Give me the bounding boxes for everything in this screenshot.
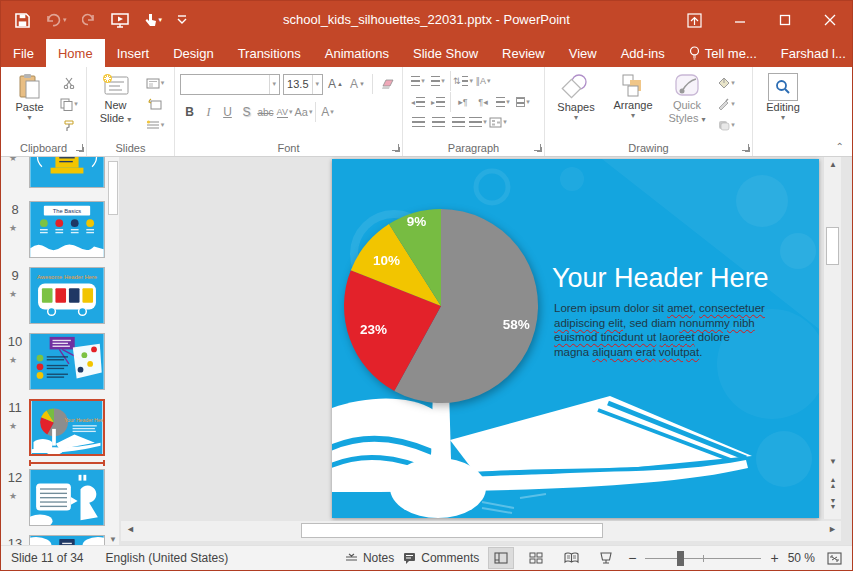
shape-outline-button[interactable]: ▾ [714,95,738,113]
tab-transitions[interactable]: Transitions [226,39,313,67]
increase-indent-button[interactable]: ▸ [428,93,448,111]
ribbon-display-options-icon[interactable] [672,1,717,39]
align-left-button[interactable] [408,113,428,131]
right-to-left-button[interactable]: ¶◂ [473,93,493,111]
horizontal-scrollbar-thumb[interactable] [301,523,603,538]
vertical-scrollbar-thumb[interactable] [826,227,839,265]
zoom-percentage[interactable]: 50 % [788,551,815,565]
previous-slide-button[interactable]: ▲▲ [824,477,842,489]
tab-design[interactable]: Design [161,39,225,67]
shape-effects-button[interactable]: ▾ [714,116,738,134]
clipboard-dialog-launcher[interactable] [75,143,84,152]
tab-farshad-l[interactable]: Farshad l... [769,39,853,67]
paragraph-dialog-launcher[interactable] [533,143,542,152]
zoom-in-button[interactable]: + [770,551,778,565]
tab-slide-show[interactable]: Slide Show [401,39,490,67]
font-name-combo[interactable]: ▾ [180,74,280,95]
reset-slide-button[interactable] [143,95,167,113]
paste-button[interactable]: Paste ▾ [6,71,53,122]
zoom-slider[interactable] [645,550,761,566]
thumbnail-panel-scrollbar-thumb[interactable] [108,161,118,215]
underline-button[interactable]: U [218,102,237,122]
bold-button[interactable]: B [180,102,199,122]
pie-chart[interactable]: 58%23%10%9% [336,201,546,411]
text-shadow-button[interactable]: S [237,102,256,122]
slide-sorter-view-button[interactable] [523,547,549,569]
character-spacing-button[interactable]: AV▾ [275,102,294,122]
tab-review[interactable]: Review [490,39,557,67]
strikethrough-button[interactable]: abc [256,102,275,122]
slide-title-textbox[interactable]: Your Header Here [552,263,814,294]
bullets-button[interactable]: ▾ [408,72,428,90]
fit-slide-to-window-button[interactable] [824,547,844,569]
zoom-out-button[interactable]: − [628,551,636,565]
tab-add-ins[interactable]: Add-ins [609,39,677,67]
scroll-right-icon[interactable]: ► [828,524,837,534]
font-color-button[interactable]: A▾ [318,102,337,122]
drawing-dialog-launcher[interactable] [741,143,750,152]
zoom-slider-thumb[interactable] [677,551,684,566]
line-spacing-button[interactable]: ⇅▾ [453,72,473,90]
scroll-down-icon[interactable]: ▼ [824,457,842,466]
slide-thumbnail-10[interactable] [29,333,105,390]
format-painter-button[interactable] [57,116,81,134]
editing-button[interactable]: Editing ▾ [758,71,808,122]
slide-thumbnail-8[interactable]: The Basics [29,201,105,258]
align-center-button[interactable] [428,113,448,131]
increase-font-size-button[interactable]: A▲ [326,74,345,94]
thumbnail-panel-scroll-down-icon[interactable]: ▼ [108,535,118,544]
slide-body-textbox[interactable]: Lorem ipsum dolor sit amet, consectetuer… [554,301,768,359]
horizontal-scrollbar[interactable]: ◄ ► [121,521,841,541]
slide-thumbnail-9[interactable]: Awesome Header Here [29,267,105,324]
maximize-icon[interactable] [762,1,807,39]
align-right-button[interactable] [448,113,468,131]
slide-indicator[interactable]: Slide 11 of 34 [11,551,84,565]
tab-tell-me[interactable]: Tell me... [677,39,769,67]
tab-view[interactable]: View [557,39,609,67]
columns-button[interactable]: ▾ [493,93,513,111]
scroll-left-icon[interactable]: ◄ [126,524,135,534]
slide-11-editing-surface[interactable]: 58%23%10%9% Your Header Here Lorem ipsum… [332,159,819,518]
reading-view-button[interactable] [558,547,584,569]
font-size-combo[interactable]: 13.5▾ [283,74,323,95]
vertical-scrollbar[interactable]: ▲ ▼ ▲▲ ▼▼ [823,157,841,519]
tab-animations[interactable]: Animations [313,39,401,67]
slide-thumbnail-11[interactable]: Your Header Here [29,399,105,456]
slide-thumbnail-7[interactable] [29,157,105,188]
shapes-button[interactable]: Shapes ▾ [550,71,602,122]
thumbnail-panel-scrollbar[interactable]: ▼ [106,157,118,546]
next-slide-button[interactable]: ▼▼ [824,498,842,510]
close-icon[interactable] [807,1,852,39]
cut-button[interactable] [57,74,81,92]
justify-button[interactable]: ▾ [468,113,488,131]
italic-button[interactable]: I [199,102,218,122]
convert-smartart-button[interactable]: ▾ [488,113,508,131]
copy-button[interactable]: ▾ [57,95,81,113]
slide-layout-button[interactable]: ▾ [143,74,167,92]
new-slide-button[interactable]: NewSlide ▾ [92,71,139,125]
shape-fill-button[interactable]: ▾ [714,74,738,92]
slide-thumbnail-12[interactable] [29,469,105,526]
comments-button[interactable]: Comments [403,551,479,565]
change-case-button[interactable]: Aa▾ [294,102,313,122]
decrease-font-size-button[interactable]: A▼ [348,74,367,94]
font-dialog-launcher[interactable] [391,143,400,152]
numbering-button[interactable]: ▾ [428,72,448,90]
minimize-icon[interactable] [717,1,762,39]
notes-button[interactable]: Notes [345,551,394,565]
tab-file[interactable]: File [1,39,46,67]
text-direction-button[interactable]: ∥A▾ [473,72,493,90]
left-to-right-button[interactable]: ▸¶ [453,93,473,111]
section-button[interactable]: ▾ [143,116,167,134]
slideshow-view-button[interactable] [593,547,619,569]
tab-insert[interactable]: Insert [105,39,162,67]
language-indicator[interactable]: English (United States) [106,551,229,565]
align-text-button[interactable]: ▾ [513,93,533,111]
quick-styles-button[interactable]: QuickStyles ▾ [664,71,710,125]
collapse-ribbon-icon[interactable]: ⌃ [836,142,844,152]
decrease-indent-button[interactable]: ◂ [408,93,428,111]
clear-formatting-button[interactable] [378,74,397,94]
tab-home[interactable]: Home [46,39,105,67]
scroll-up-icon[interactable]: ▲ [824,160,842,169]
arrange-button[interactable]: Arrange ▾ [606,71,660,120]
